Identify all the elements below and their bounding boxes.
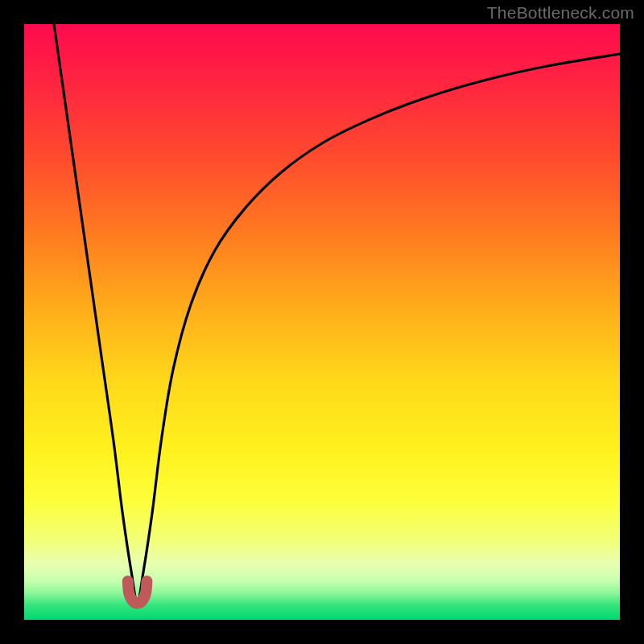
- gradient-background: [24, 24, 620, 620]
- chart-frame: TheBottleneck.com: [0, 0, 644, 644]
- watermark-text: TheBottleneck.com: [487, 3, 634, 23]
- chart-svg: [24, 24, 620, 620]
- plot-area: [24, 24, 620, 620]
